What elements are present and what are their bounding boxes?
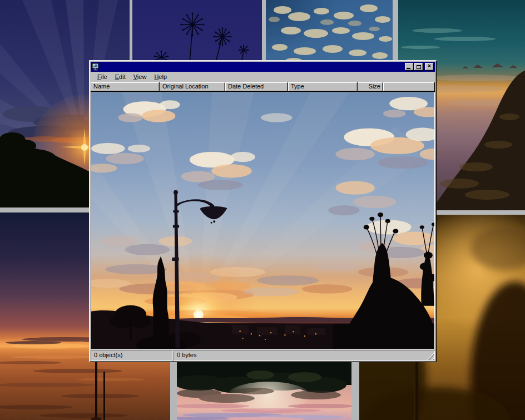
- menu-bar: File Edit View Help: [91, 72, 435, 82]
- desktop: { "window": { "title": "", "menu": [ {"l…: [0, 0, 525, 420]
- status-byte-count: 0 bytes: [174, 350, 435, 360]
- menu-help[interactable]: Help: [150, 72, 171, 82]
- computer-icon[interactable]: [92, 63, 100, 71]
- file-list-viewport[interactable]: [91, 92, 435, 349]
- menu-view[interactable]: View: [130, 72, 151, 82]
- menu-edit[interactable]: Edit: [111, 72, 130, 82]
- column-header-type[interactable]: Type: [288, 82, 358, 92]
- status-bar: 0 object(s) 0 bytes: [91, 350, 435, 360]
- minimize-button[interactable]: [405, 63, 414, 71]
- column-header-original-location[interactable]: Original Location: [160, 82, 225, 92]
- maximize-icon: [417, 65, 421, 69]
- status-object-count: 0 object(s): [91, 350, 172, 360]
- minimize-icon: [407, 68, 410, 69]
- title-bar[interactable]: ×: [91, 62, 435, 72]
- recycle-bin-window: × File Edit View Help Name Original Loca…: [89, 60, 437, 362]
- column-header-size[interactable]: Size: [358, 82, 383, 92]
- maximize-button[interactable]: [414, 63, 423, 71]
- sunset-lamppost-photo: [91, 92, 434, 349]
- column-header-row: Name Original Location Date Deleted Type…: [91, 82, 435, 92]
- column-header-name[interactable]: Name: [91, 82, 160, 92]
- close-button[interactable]: ×: [425, 63, 434, 71]
- column-header-stub[interactable]: [383, 82, 435, 92]
- column-header-date-deleted[interactable]: Date Deleted: [225, 82, 288, 92]
- close-icon: ×: [428, 63, 431, 69]
- menu-file[interactable]: File: [93, 72, 111, 82]
